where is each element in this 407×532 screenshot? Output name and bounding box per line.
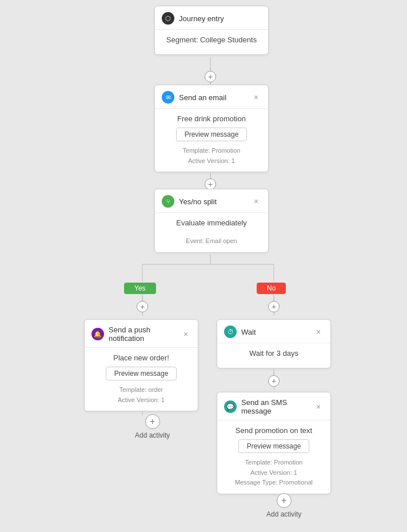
add-activity-right[interactable]: + Add activity bbox=[266, 493, 301, 518]
journey-entry-header: ⬡ Journey entry bbox=[155, 6, 268, 30]
send-email-body: Free drink promotion Preview message Tem… bbox=[155, 109, 268, 172]
connector-sms: + bbox=[268, 372, 280, 390]
push-title: Send a push notification bbox=[109, 325, 181, 343]
split-icon: ⑂ bbox=[162, 195, 174, 208]
sms-description: Send promotion on text bbox=[225, 426, 322, 435]
sms-preview-button[interactable]: Preview message bbox=[238, 439, 310, 453]
add-activity-left-icon[interactable]: + bbox=[145, 414, 160, 429]
wait-body: Wait for 3 days bbox=[217, 343, 330, 368]
sms-icon: 💬 bbox=[224, 400, 237, 413]
send-email-card: ✉ Send an email × Free drink promotion P… bbox=[154, 85, 269, 172]
push-template: Template: order bbox=[93, 385, 190, 395]
wait-close[interactable]: × bbox=[313, 327, 324, 337]
sms-card: 💬 Send an SMS message × Send promotion o… bbox=[217, 392, 331, 494]
connector-lines bbox=[0, 0, 407, 532]
connector-1: + bbox=[205, 68, 216, 86]
event-text: Event: Email open bbox=[163, 236, 260, 247]
add-activity-left-label: Add activity bbox=[135, 431, 170, 439]
send-email-title: Send an email bbox=[179, 93, 251, 102]
yes-no-header: ⑂ Yes/no split × bbox=[155, 189, 268, 213]
sms-header: 💬 Send an SMS message × bbox=[217, 392, 330, 420]
journey-entry-segment: Segment: College Students bbox=[163, 35, 260, 44]
wait-icon: ⏱ bbox=[224, 325, 237, 338]
send-email-close[interactable]: × bbox=[251, 92, 261, 102]
email-template: Template: Promotion bbox=[163, 146, 260, 156]
send-email-header: ✉ Send an email × bbox=[155, 85, 268, 109]
add-between-2[interactable]: + bbox=[205, 178, 216, 190]
journey-entry-card: ⬡ Journey entry Segment: College Student… bbox=[154, 6, 269, 55]
line-10 bbox=[274, 387, 274, 390]
connector-right: + bbox=[268, 297, 280, 316]
journey-entry-title: Journey entry bbox=[179, 14, 261, 23]
sms-template: Template: Promotion bbox=[225, 458, 322, 468]
push-body: Place new order! Preview message Templat… bbox=[85, 348, 198, 411]
email-icon: ✉ bbox=[162, 91, 174, 104]
yes-no-title: Yes/no split bbox=[179, 197, 251, 206]
connector-left: + bbox=[137, 297, 148, 316]
workflow-canvas: ⬡ Journey entry Segment: College Student… bbox=[0, 0, 407, 532]
push-preview-button[interactable]: Preview message bbox=[106, 367, 177, 380]
journey-entry-icon: ⬡ bbox=[162, 12, 174, 25]
push-header: 🔔 Send a push notification × bbox=[85, 320, 198, 348]
sms-close[interactable]: × bbox=[313, 402, 324, 412]
line-6 bbox=[142, 312, 143, 316]
line-8 bbox=[274, 312, 274, 316]
add-activity-right-label: Add activity bbox=[266, 510, 301, 518]
add-before-sms[interactable]: + bbox=[268, 375, 280, 387]
push-notification-card: 🔔 Send a push notification × Place new o… bbox=[84, 319, 198, 411]
add-right-branch[interactable]: + bbox=[268, 301, 280, 312]
email-preview-button[interactable]: Preview message bbox=[176, 128, 248, 141]
evaluate-text: Evaluate immediately bbox=[163, 219, 260, 227]
no-badge: No bbox=[257, 283, 286, 294]
yes-no-body: Evaluate immediately Event: Email open bbox=[155, 213, 268, 252]
wait-text: Wait for 3 days bbox=[225, 349, 322, 358]
add-between-1[interactable]: + bbox=[205, 71, 216, 82]
push-icon: 🔔 bbox=[91, 328, 104, 340]
sms-title: Send an SMS message bbox=[241, 398, 313, 415]
yes-no-close[interactable]: × bbox=[251, 196, 261, 207]
push-close[interactable]: × bbox=[181, 329, 191, 339]
add-left-branch[interactable]: + bbox=[137, 301, 148, 312]
yes-no-split-card: ⑂ Yes/no split × Evaluate immediately Ev… bbox=[154, 189, 269, 253]
journey-entry-body: Segment: College Students bbox=[155, 30, 268, 54]
email-description: Free drink promotion bbox=[163, 114, 260, 123]
yes-badge: Yes bbox=[124, 283, 156, 294]
wait-card: ⏱ Wait × Wait for 3 days bbox=[217, 319, 331, 368]
email-active-version: Active Version: 1 bbox=[163, 156, 260, 166]
sms-body: Send promotion on text Preview message T… bbox=[217, 420, 330, 494]
add-activity-left[interactable]: + Add activity bbox=[135, 414, 170, 439]
sms-message-type: Message Type: Promotional bbox=[225, 478, 322, 488]
sms-active-version: Active Version: 1 bbox=[225, 468, 322, 478]
wait-header: ⏱ Wait × bbox=[217, 320, 330, 343]
push-description: Place new order! bbox=[93, 354, 190, 362]
add-activity-right-icon[interactable]: + bbox=[277, 493, 292, 508]
wait-title: Wait bbox=[241, 328, 313, 336]
push-active-version: Active Version: 1 bbox=[93, 395, 190, 406]
